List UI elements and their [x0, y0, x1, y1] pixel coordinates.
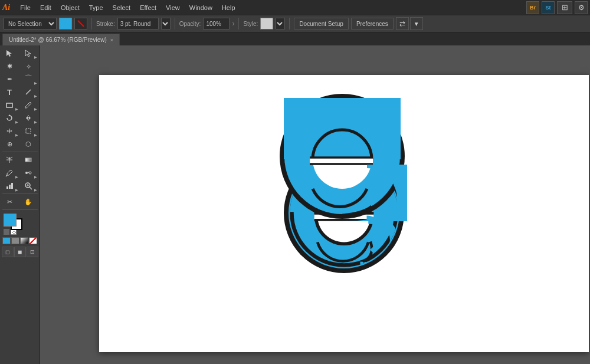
- mesh-tool[interactable]: [0, 153, 19, 166]
- svg-point-14: [25, 172, 28, 174]
- style-dropdown[interactable]: ▼: [276, 18, 285, 29]
- tool-row-8: ⊕ ⬡: [0, 137, 40, 150]
- workspace-icon[interactable]: ⊞: [557, 1, 572, 14]
- separator-3: [238, 18, 239, 29]
- type-tool[interactable]: T: [0, 86, 19, 99]
- selection-tool[interactable]: [0, 47, 19, 60]
- perspective-grid-tool[interactable]: ⬡: [19, 137, 38, 150]
- svg-rect-12: [25, 158, 31, 162]
- shape-builder-tool[interactable]: ⊕: [0, 137, 19, 150]
- arrange-dropdown[interactable]: ▼: [410, 17, 423, 30]
- scissors-tool[interactable]: ✂: [0, 195, 19, 208]
- svg-marker-1: [6, 50, 12, 57]
- tool-row-12: ✂ ✋: [0, 195, 40, 208]
- menu-file[interactable]: File: [16, 3, 35, 12]
- gradient-tool[interactable]: [19, 153, 38, 166]
- toolbox: ▶ ✱ ⟡ ✒ ⌒ ▶ T ▶ ▶: [0, 45, 40, 364]
- tab-close-button[interactable]: ×: [110, 37, 113, 43]
- tool-separator-3: [2, 209, 38, 210]
- column-graph-tool[interactable]: ▶: [0, 179, 19, 192]
- width-tool[interactable]: ▶: [0, 124, 19, 137]
- svg-line-3: [26, 90, 31, 94]
- tool-row-9: [0, 153, 40, 166]
- zoom-tool[interactable]: ▶: [19, 179, 38, 192]
- tab-bar: Untitled-2* @ 66.67% (RGB/Preview) ×: [0, 32, 590, 45]
- arrange-icons: ⇄ ▼: [396, 17, 423, 30]
- tool-row-10: ▶ ▶: [0, 166, 40, 179]
- svg-line-13: [6, 175, 7, 176]
- color-mode-button[interactable]: [2, 237, 11, 244]
- tool-row-1: ▶: [0, 47, 40, 60]
- svg-rect-17: [9, 185, 11, 189]
- menu-effect[interactable]: Effect: [136, 3, 160, 12]
- rotate-tool[interactable]: ▶: [0, 112, 19, 124]
- default-colors-icon[interactable]: [4, 229, 9, 235]
- menu-help[interactable]: Help: [218, 3, 240, 12]
- document-setup-button[interactable]: Document Setup: [294, 18, 349, 29]
- gradient-mode-button[interactable]: [20, 237, 28, 244]
- svg-line-0: [78, 21, 84, 27]
- magic-wand-tool[interactable]: ✱: [0, 60, 19, 73]
- fill-options[interactable]: [74, 18, 87, 29]
- bridge-icon[interactable]: Br: [526, 1, 539, 14]
- color-mode-row: [0, 237, 40, 244]
- free-transform-tool[interactable]: ▶: [19, 124, 38, 137]
- separator-1: [91, 18, 92, 29]
- ie-logo-overlay: [277, 91, 407, 221]
- grayscale-mode-button[interactable]: [11, 237, 19, 244]
- document-tab[interactable]: Untitled-2* @ 66.67% (RGB/Preview) ×: [2, 34, 120, 45]
- tab-title: Untitled-2* @ 66.67% (RGB/Preview): [9, 37, 107, 43]
- line-tool[interactable]: ▶: [19, 86, 38, 99]
- svg-rect-16: [6, 186, 8, 189]
- hand-tool[interactable]: ✋: [19, 195, 38, 208]
- svg-rect-9: [26, 129, 31, 133]
- arrange-icon[interactable]: ⇄: [396, 17, 409, 30]
- menu-select[interactable]: Select: [109, 3, 135, 12]
- reflect-tool[interactable]: ▶: [19, 112, 38, 124]
- stock-icon[interactable]: St: [542, 1, 555, 14]
- draw-behind-button[interactable]: ◼: [14, 247, 26, 257]
- menu-window[interactable]: Window: [185, 3, 217, 12]
- stroke-options-dropdown[interactable]: ▼: [161, 18, 171, 29]
- opacity-label: Opacity:: [179, 21, 201, 27]
- menu-edit[interactable]: Edit: [36, 3, 55, 12]
- blend-tool[interactable]: ▶: [19, 166, 38, 179]
- tool-row-4: T ▶: [0, 86, 40, 99]
- draw-normal-button[interactable]: ◻: [2, 247, 14, 257]
- svg-marker-8: [29, 116, 31, 120]
- style-label: Style:: [243, 21, 258, 27]
- tool-row-3: ✒ ⌒ ▶: [0, 73, 40, 86]
- none-mode-button[interactable]: [29, 237, 37, 244]
- direct-selection-tool[interactable]: ▶: [19, 47, 38, 60]
- svg-rect-18: [11, 183, 13, 189]
- tool-row-5: ▶ ▶: [0, 99, 40, 112]
- menu-type[interactable]: Type: [85, 3, 107, 12]
- style-swatch[interactable]: [260, 18, 273, 29]
- draw-inside-button[interactable]: ⊡: [27, 247, 38, 257]
- fill-color-swatch[interactable]: [59, 18, 72, 29]
- opacity-input[interactable]: [203, 18, 230, 29]
- draw-mode-row: ◻ ◼ ⊡: [0, 247, 40, 257]
- menu-bar: Ai File Edit Object Type Select Effect V…: [0, 0, 590, 15]
- stroke-weight-input[interactable]: [117, 18, 159, 29]
- menu-view[interactable]: View: [162, 3, 184, 12]
- lasso-tool[interactable]: ⟡: [19, 60, 38, 73]
- preferences-button[interactable]: Preferences: [351, 18, 394, 29]
- tool-row-11: ▶ ▶: [0, 179, 40, 192]
- tool-separator-2: [2, 194, 38, 194]
- svg-marker-7: [26, 116, 28, 120]
- curvature-tool[interactable]: ⌒ ▶: [19, 73, 38, 86]
- svg-rect-4: [6, 103, 12, 107]
- paintbrush-tool[interactable]: ▶: [19, 99, 38, 112]
- rectangle-tool[interactable]: ▶: [0, 99, 19, 112]
- toolbar: No Selection Stroke: ▼ Opacity: › Style:…: [0, 15, 590, 32]
- eyedropper-tool[interactable]: ▶: [0, 166, 19, 179]
- chevron-right-icon[interactable]: ›: [232, 19, 234, 28]
- pen-tool[interactable]: ✒: [0, 73, 19, 86]
- selection-dropdown[interactable]: No Selection: [4, 18, 57, 29]
- search-icon[interactable]: ⚙: [575, 1, 588, 14]
- stroke-label: Stroke:: [96, 21, 115, 27]
- menu-object[interactable]: Object: [57, 3, 84, 12]
- fill-swatch[interactable]: [4, 214, 17, 227]
- app-logo: Ai: [2, 3, 10, 12]
